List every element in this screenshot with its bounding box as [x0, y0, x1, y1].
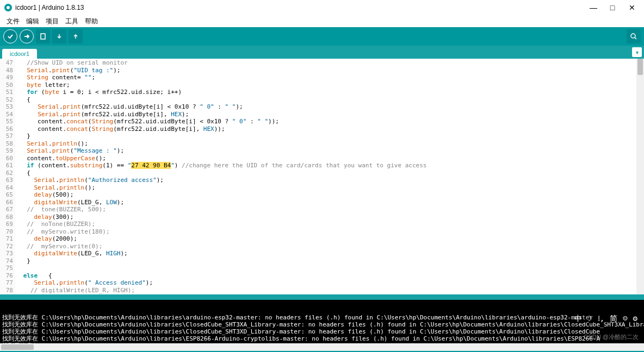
upload-button[interactable]	[20, 29, 34, 43]
vertical-scrollbar[interactable]	[636, 59, 644, 294]
svg-rect-0	[41, 34, 45, 39]
app-icon	[4, 4, 12, 11]
ime-overlay: 中 ☽ ⁞, 简 ☺ ⚙	[572, 314, 640, 323]
serial-monitor-button[interactable]	[627, 29, 641, 43]
open-button[interactable]	[52, 29, 66, 43]
editor[interactable]: 4748495051525354555657585960616263646566…	[0, 59, 644, 294]
save-button[interactable]	[69, 29, 83, 43]
close-button[interactable]: ✕	[629, 4, 635, 11]
menu-sketch[interactable]: 项目	[44, 17, 61, 26]
horizontal-scrollbar[interactable]	[0, 343, 644, 351]
ime-moon-icon[interactable]: ☽	[587, 315, 592, 322]
verify-button[interactable]	[3, 29, 17, 43]
menu-edit[interactable]: 编辑	[24, 17, 41, 26]
ime-simp-icon[interactable]: 简	[610, 315, 617, 322]
minimize-button[interactable]: —	[590, 4, 596, 11]
titlebar: icdoor1 | Arduino 1.8.13 — □ ✕	[0, 0, 644, 15]
ime-gear-icon[interactable]: ⚙	[633, 315, 637, 322]
ime-lang-icon[interactable]: 中	[574, 315, 582, 322]
toolbar	[0, 27, 644, 46]
menubar: 文件 编辑 项目 工具 帮助	[0, 15, 644, 27]
menu-file[interactable]: 文件	[4, 17, 22, 26]
ime-punct-icon[interactable]: ⁞,	[598, 315, 604, 322]
ime-face-icon[interactable]: ☺	[623, 315, 627, 322]
menu-tools[interactable]: 工具	[63, 17, 81, 26]
tabbar: icdoor1 ▾	[0, 46, 644, 59]
maximize-button[interactable]: □	[609, 4, 616, 11]
scroll-thumb[interactable]	[637, 59, 643, 75]
new-button[interactable]	[36, 29, 50, 43]
tab-icdoor1[interactable]: icdoor1	[2, 49, 37, 59]
code-area[interactable]: //Show UID on serial monitor Serial.prin…	[18, 59, 636, 294]
menu-help[interactable]: 帮助	[83, 17, 100, 26]
console-divider[interactable]	[0, 294, 644, 300]
console-output[interactable]: 找到无效库在 C:\Users\hp\Documents\Arduino\lib…	[0, 300, 644, 343]
window-title: icdoor1 | Arduino 1.8.13	[15, 4, 590, 11]
line-gutter: 4748495051525354555657585960616263646566…	[0, 59, 15, 294]
hscroll-thumb[interactable]	[1, 344, 34, 350]
window-controls: — □ ✕	[590, 4, 635, 11]
svg-point-1	[631, 34, 635, 38]
tab-menu-button[interactable]: ▾	[632, 47, 642, 57]
